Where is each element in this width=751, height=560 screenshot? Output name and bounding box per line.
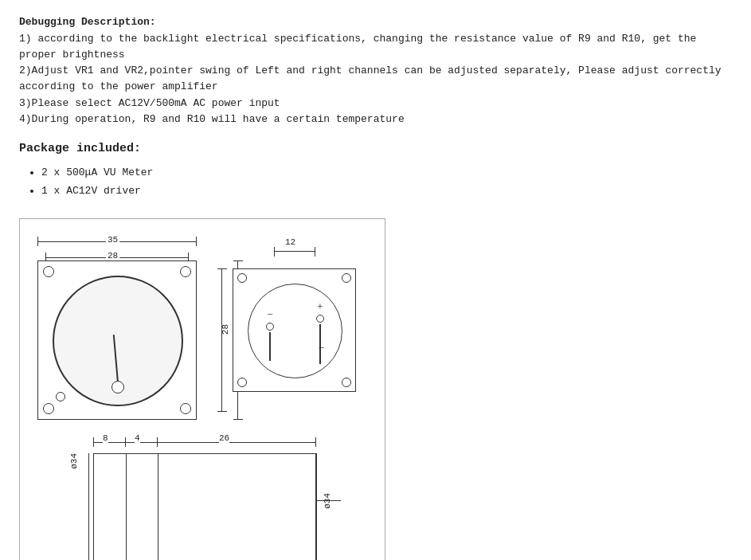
dim-label-28: 28 [106,251,119,260]
meter-pivot [111,381,124,394]
dim-right-28: 28 [221,324,230,335]
back-view: 12 − + [233,268,356,412]
package-item-2: 1 x AC12V driver [41,182,732,200]
diagram-container: 35 28 [19,218,385,560]
screw-top-right [180,266,191,277]
package-item-1: 2 x 500μA VU Meter [41,163,732,182]
terminal-minus-label-1: − [267,308,272,321]
dim-bottom-4: 4 [135,433,140,443]
dim-back-12: 12 [285,237,295,247]
package-list: 2 x 500μA VU Meter 1 x AC12V driver [19,163,732,201]
dim-bottom-26: 26 [219,433,229,443]
debug-title: Debugging Description: [19,16,732,28]
back-screw-tr [342,273,351,283]
dim-label-35: 35 [106,235,119,245]
debug-line-4: 4)During operation, R9 and R10 will have… [19,112,732,127]
screw-top-left [43,266,54,277]
screw-bottom-right [180,403,191,414]
terminal-plus-label: + [317,300,323,313]
back-screw-br [342,378,351,387]
package-section: Package included: 2 x 500μA VU Meter 1 x… [19,142,732,201]
terminal-minus-label-2: − [319,342,324,354]
debug-section: Debugging Description: 1) according to t… [19,16,732,127]
debug-line-1: 1) according to the backlight electrical… [19,31,732,63]
side-view: 8 4 26 ø34 [69,434,356,560]
back-view-outer: − + − [233,268,356,392]
screw-bottom-left [43,403,54,414]
back-inner-circle: − + − [248,284,342,378]
back-screw-tl [237,273,247,283]
meter-circle [53,276,183,406]
diagram-inner: 35 28 [29,229,372,560]
front-view-outer [37,260,197,420]
back-screw-bl [237,378,247,387]
phi-left: ø34 [69,453,79,469]
debug-text: 1) according to the backlight electrical… [19,31,732,127]
phi-right: ø34 [323,493,332,509]
meter-needle [113,335,119,382]
debug-line-2: 2)Adjust VR1 and VR2,pointer swing of Le… [19,63,732,95]
package-title: Package included: [19,142,732,155]
dim-bottom-8: 8 [103,433,108,443]
debug-line-3: 3)Please select AC12V/500mA AC power inp… [19,96,732,112]
front-view: 35 28 [37,260,197,420]
